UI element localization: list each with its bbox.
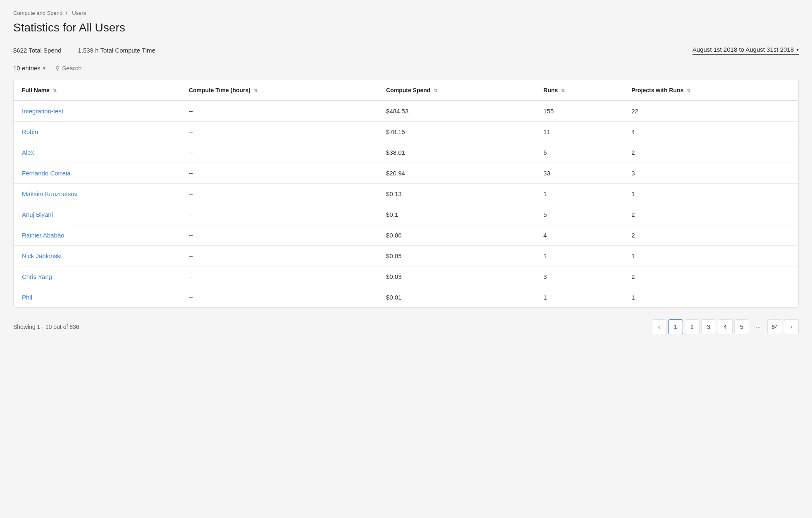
user-link-9[interactable]: Phil bbox=[22, 294, 32, 301]
next-page-button[interactable]: › bbox=[784, 319, 799, 334]
users-table: Full Name ⇅ Compute Time (hours) ⇅ Compu… bbox=[14, 80, 798, 307]
table-row: Fernando Correia -- $20.94 33 3 bbox=[14, 163, 798, 184]
breadcrumb: Compute and Spend / Users bbox=[13, 10, 799, 16]
cell-compute-time-9: -- bbox=[181, 287, 378, 308]
breadcrumb-parent-link[interactable]: Compute and Spend bbox=[13, 10, 62, 16]
search-box[interactable]: ⚲ bbox=[55, 65, 141, 72]
cell-compute-spend-9: $0.01 bbox=[378, 287, 535, 308]
cell-compute-time-8: -- bbox=[181, 266, 378, 287]
cell-compute-time-7: -- bbox=[181, 246, 378, 266]
cell-name-6: Rainier Ababao bbox=[14, 225, 181, 246]
cell-compute-spend-4: $0.13 bbox=[378, 184, 535, 204]
cell-compute-spend-2: $38.01 bbox=[378, 142, 535, 163]
entries-selector[interactable]: 10 entries ▾ bbox=[13, 65, 45, 72]
cell-projects-5: 2 bbox=[623, 204, 798, 225]
cell-name-0: Integration-test bbox=[14, 101, 181, 122]
cell-projects-4: 1 bbox=[623, 184, 798, 204]
table-row: Chris Yang -- $0.03 3 2 bbox=[14, 266, 798, 287]
cell-projects-3: 3 bbox=[623, 163, 798, 184]
entries-chevron-icon: ▾ bbox=[43, 65, 45, 71]
user-link-4[interactable]: Maksim Kouznetsov bbox=[22, 190, 77, 197]
date-range-selector[interactable]: August 1st 2018 to August 31st 2018 ▾ bbox=[693, 46, 799, 55]
cell-runs-6: 4 bbox=[535, 225, 623, 246]
page-1-button[interactable]: 1 bbox=[668, 319, 683, 334]
cell-name-5: Anuj Biyani bbox=[14, 204, 181, 225]
sort-icon-runs: ⇅ bbox=[561, 88, 565, 94]
cell-compute-time-2: -- bbox=[181, 142, 378, 163]
cell-name-4: Maksim Kouznetsov bbox=[14, 184, 181, 204]
cell-name-9: Phil bbox=[14, 287, 181, 308]
cell-runs-4: 1 bbox=[535, 184, 623, 204]
sort-icon-compute-time: ⇅ bbox=[254, 88, 258, 94]
cell-runs-5: 5 bbox=[535, 204, 623, 225]
table-row: Robin -- $78.15 11 4 bbox=[14, 122, 798, 142]
cell-projects-0: 22 bbox=[623, 101, 798, 122]
search-input[interactable] bbox=[62, 65, 141, 72]
cell-compute-time-1: -- bbox=[181, 122, 378, 142]
chevron-down-icon: ▾ bbox=[796, 47, 799, 53]
sort-icon-full-name: ⇅ bbox=[53, 88, 57, 94]
page-84-button[interactable]: 84 bbox=[767, 319, 782, 334]
pagination-controls: ‹ 1 2 3 4 5 ··· 84 › bbox=[652, 319, 799, 334]
total-spend-stat: $622 Total Spend bbox=[13, 47, 62, 54]
cell-runs-7: 1 bbox=[535, 246, 623, 266]
entries-count-label: 10 entries bbox=[13, 65, 41, 72]
stats-bar: $622 Total Spend 1,539 h Total Compute T… bbox=[13, 46, 799, 55]
user-link-1[interactable]: Robin bbox=[22, 128, 38, 135]
user-link-3[interactable]: Fernando Correia bbox=[22, 170, 71, 177]
col-header-projects-with-runs[interactable]: Projects with Runs ⇅ bbox=[623, 80, 798, 101]
col-header-full-name[interactable]: Full Name ⇅ bbox=[14, 80, 181, 101]
cell-compute-spend-6: $0.06 bbox=[378, 225, 535, 246]
user-link-2[interactable]: Alex bbox=[22, 149, 34, 156]
breadcrumb-separator: / bbox=[66, 10, 67, 16]
col-header-runs[interactable]: Runs ⇅ bbox=[535, 80, 623, 101]
cell-projects-1: 4 bbox=[623, 122, 798, 142]
page-5-button[interactable]: 5 bbox=[734, 319, 749, 334]
cell-projects-2: 2 bbox=[623, 142, 798, 163]
date-range-label: August 1st 2018 to August 31st 2018 bbox=[693, 46, 794, 53]
cell-name-3: Fernando Correia bbox=[14, 163, 181, 184]
cell-name-8: Chris Yang bbox=[14, 266, 181, 287]
page-3-button[interactable]: 3 bbox=[701, 319, 716, 334]
data-table-container: Full Name ⇅ Compute Time (hours) ⇅ Compu… bbox=[13, 80, 799, 308]
cell-compute-time-3: -- bbox=[181, 163, 378, 184]
cell-name-1: Robin bbox=[14, 122, 181, 142]
cell-compute-time-5: -- bbox=[181, 204, 378, 225]
table-row: Nick Jablonski -- $0.05 1 1 bbox=[14, 246, 798, 266]
cell-compute-spend-3: $20.94 bbox=[378, 163, 535, 184]
col-header-compute-time[interactable]: Compute Time (hours) ⇅ bbox=[181, 80, 378, 101]
cell-projects-8: 2 bbox=[623, 266, 798, 287]
page-title: Statistics for All Users bbox=[13, 21, 799, 34]
stats-left: $622 Total Spend 1,539 h Total Compute T… bbox=[13, 47, 155, 54]
cell-compute-spend-1: $78.15 bbox=[378, 122, 535, 142]
controls-bar: 10 entries ▾ ⚲ bbox=[13, 65, 799, 72]
cell-compute-time-0: -- bbox=[181, 101, 378, 122]
pagination-bar: Showing 1 - 10 out of 836 ‹ 1 2 3 4 5 ··… bbox=[13, 319, 799, 334]
cell-projects-9: 1 bbox=[623, 287, 798, 308]
user-link-7[interactable]: Nick Jablonski bbox=[22, 252, 62, 259]
user-link-0[interactable]: Integration-test bbox=[22, 108, 63, 115]
table-row: Rainier Ababao -- $0.06 4 2 bbox=[14, 225, 798, 246]
col-header-compute-spend[interactable]: Compute Spend ⇅ bbox=[378, 80, 535, 101]
cell-compute-spend-0: $484.53 bbox=[378, 101, 535, 122]
cell-runs-9: 1 bbox=[535, 287, 623, 308]
table-row: Phil -- $0.01 1 1 bbox=[14, 287, 798, 308]
user-link-8[interactable]: Chris Yang bbox=[22, 273, 52, 280]
total-compute-stat: 1,539 h Total Compute Time bbox=[78, 47, 155, 54]
user-link-6[interactable]: Rainier Ababao bbox=[22, 232, 64, 239]
prev-page-button[interactable]: ‹ bbox=[652, 319, 666, 334]
sort-icon-compute-spend: ⇅ bbox=[434, 88, 437, 94]
cell-name-7: Nick Jablonski bbox=[14, 246, 181, 266]
page-4-button[interactable]: 4 bbox=[718, 319, 733, 334]
table-body: Integration-test -- $484.53 155 22 Robin… bbox=[14, 101, 798, 307]
cell-name-2: Alex bbox=[14, 142, 181, 163]
cell-compute-spend-7: $0.05 bbox=[378, 246, 535, 266]
cell-runs-0: 155 bbox=[535, 101, 623, 122]
cell-runs-3: 33 bbox=[535, 163, 623, 184]
search-icon: ⚲ bbox=[55, 65, 60, 72]
cell-runs-8: 3 bbox=[535, 266, 623, 287]
page-2-button[interactable]: 2 bbox=[685, 319, 700, 334]
user-link-5[interactable]: Anuj Biyani bbox=[22, 211, 53, 218]
cell-projects-7: 1 bbox=[623, 246, 798, 266]
pagination-info: Showing 1 - 10 out of 836 bbox=[13, 324, 79, 330]
